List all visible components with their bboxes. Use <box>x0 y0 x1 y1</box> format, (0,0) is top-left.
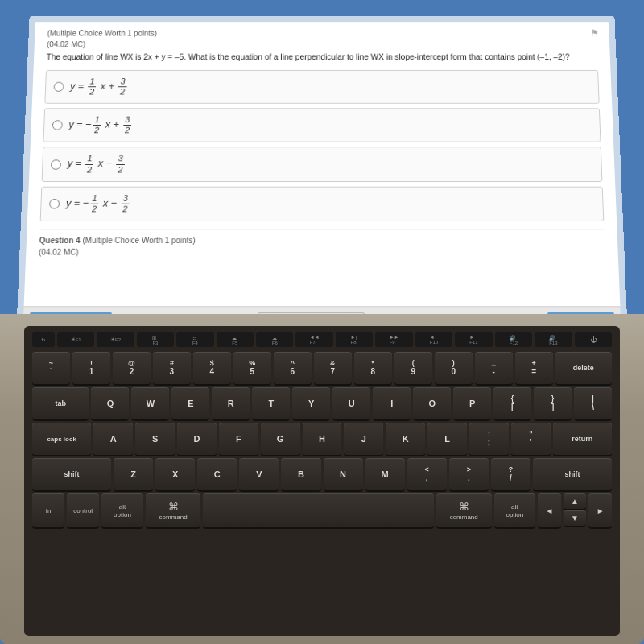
f11-key[interactable]: ►F11 <box>455 332 492 347</box>
key-p[interactable]: P <box>453 387 491 419</box>
f8-key[interactable]: ►||F8 <box>336 332 373 347</box>
fn-bottom-key[interactable]: fn <box>32 493 64 527</box>
arrow-down-key[interactable]: ▼ <box>564 510 587 526</box>
f4-key[interactable]: ⠿F4 <box>176 332 213 347</box>
bottom-key-row: fn control alt option ⌘ command ⌘ comman… <box>32 493 612 527</box>
key-period[interactable]: >. <box>449 458 489 490</box>
key-x[interactable]: X <box>155 458 195 490</box>
tab-key[interactable]: tab <box>32 387 89 419</box>
key-y[interactable]: Y <box>292 387 330 419</box>
f9-key[interactable]: ►►F9 <box>375 332 412 347</box>
cmd-right-symbol: ⌘ <box>459 501 469 513</box>
key-1[interactable]: !1 <box>72 352 110 384</box>
key-m[interactable]: M <box>365 458 405 490</box>
key-7[interactable]: &7 <box>314 352 352 384</box>
f10-key[interactable]: ◄F10 <box>415 332 452 347</box>
quiz-area: ⚑ (Multiple Choice Worth 1 points) (04.0… <box>26 22 619 267</box>
f13-key[interactable]: 🔊F13 <box>535 332 572 347</box>
radio-option-3[interactable] <box>51 159 61 169</box>
key-o[interactable]: O <box>413 387 451 419</box>
shift-right-key[interactable]: shift <box>533 458 612 490</box>
key-k[interactable]: K <box>386 423 425 455</box>
alt-left-label: alt <box>119 503 126 510</box>
control-key[interactable]: control <box>67 493 99 527</box>
key-r[interactable]: R <box>212 387 250 419</box>
shift-left-key[interactable]: shift <box>32 458 111 490</box>
return-key[interactable]: return <box>553 423 612 455</box>
key-5[interactable]: %5 <box>233 352 271 384</box>
key-3[interactable]: #3 <box>153 352 191 384</box>
key-9[interactable]: (9 <box>394 352 432 384</box>
fn-key[interactable]: fn <box>32 332 55 347</box>
key-c[interactable]: C <box>197 458 237 490</box>
key-g[interactable]: G <box>261 423 300 455</box>
f1-key[interactable]: ☀F1 <box>57 332 94 347</box>
radio-option-1[interactable] <box>54 82 64 92</box>
answer-option-1[interactable]: y = 12 x + 32 <box>44 70 599 104</box>
key-w[interactable]: W <box>131 387 169 419</box>
qwerty-key-row: tab Q W E R T Y U I O P {[ }] |\ <box>32 387 612 419</box>
command-left-key[interactable]: ⌘ command <box>146 493 201 527</box>
key-b[interactable]: B <box>281 458 320 490</box>
radio-option-4[interactable] <box>49 199 60 208</box>
key-6[interactable]: ^6 <box>274 352 312 384</box>
arrow-left-key[interactable]: ◄ <box>538 493 561 527</box>
key-d[interactable]: D <box>177 423 217 455</box>
answer-option-2[interactable]: y = −12 x + 32 <box>43 108 601 142</box>
question4-section: Question 4 (Multiple Choice Worth 1 poin… <box>39 229 605 257</box>
key-s[interactable]: S <box>135 423 175 455</box>
arrow-right-key[interactable]: ► <box>588 493 612 527</box>
option-left-label: option <box>114 511 131 518</box>
key-bracket-close[interactable]: }] <box>534 387 572 419</box>
key-minus[interactable]: _- <box>475 352 513 384</box>
command-right-key[interactable]: ⌘ command <box>436 493 492 527</box>
key-j[interactable]: J <box>344 423 383 455</box>
answer-option-3[interactable]: y = 12 x − 32 <box>42 147 603 182</box>
key-e[interactable]: E <box>171 387 209 419</box>
key-2[interactable]: @2 <box>113 352 151 384</box>
key-quote[interactable]: "' <box>511 423 551 455</box>
key-q[interactable]: Q <box>91 387 129 419</box>
key-n[interactable]: N <box>324 458 363 490</box>
f6-key[interactable]: ☁F6 <box>256 332 293 347</box>
key-a[interactable]: A <box>93 423 133 455</box>
power-key[interactable]: ⏻ <box>575 332 612 347</box>
key-0[interactable]: )0 <box>435 352 473 384</box>
key-v[interactable]: V <box>239 458 279 490</box>
option-right-key[interactable]: alt option <box>494 493 536 527</box>
f2-key[interactable]: ☀F2 <box>97 332 134 347</box>
question3-tag: (04.02 MC) <box>47 40 597 48</box>
key-z[interactable]: Z <box>114 458 153 490</box>
key-h[interactable]: H <box>303 423 342 455</box>
radio-option-2[interactable] <box>52 121 63 130</box>
f3-key[interactable]: ⊞F3 <box>137 332 174 347</box>
key-slash[interactable]: ?/ <box>491 458 530 490</box>
fraction-3-1: 12 <box>85 154 94 175</box>
q4-title: Question 4 <box>39 236 80 245</box>
caps-lock-key[interactable]: caps lock <box>32 423 91 455</box>
delete-key[interactable]: delete <box>555 352 612 384</box>
key-bracket-open[interactable]: {[ <box>493 387 531 419</box>
f12-key[interactable]: 🔊F12 <box>495 332 532 347</box>
option-left-key[interactable]: alt option <box>101 493 143 527</box>
key-semicolon[interactable]: :; <box>469 423 509 455</box>
key-f[interactable]: F <box>219 423 258 455</box>
spacebar[interactable] <box>203 493 433 527</box>
question3-header: (Multiple Choice Worth 1 points) <box>47 29 597 37</box>
key-backslash[interactable]: |\ <box>574 387 612 419</box>
key-l[interactable]: L <box>427 423 467 455</box>
key-backtick[interactable]: ~` <box>32 352 70 384</box>
key-equals[interactable]: += <box>515 352 553 384</box>
key-4[interactable]: $4 <box>193 352 231 384</box>
key-u[interactable]: U <box>332 387 370 419</box>
flag-icon[interactable]: ⚑ <box>590 28 601 39</box>
answer-option-4[interactable]: y = −12 x − 32 <box>40 187 605 222</box>
zxcv-key-row: shift Z X C V B N M <, >. ?/ shift <box>32 458 612 490</box>
f5-key[interactable]: ☁F5 <box>217 332 254 347</box>
key-i[interactable]: I <box>373 387 411 419</box>
f7-key[interactable]: ◄◄F7 <box>295 332 332 347</box>
arrow-up-key[interactable]: ▲ <box>564 493 587 509</box>
key-8[interactable]: *8 <box>354 352 392 384</box>
key-comma[interactable]: <, <box>407 458 447 490</box>
key-t[interactable]: T <box>252 387 290 419</box>
